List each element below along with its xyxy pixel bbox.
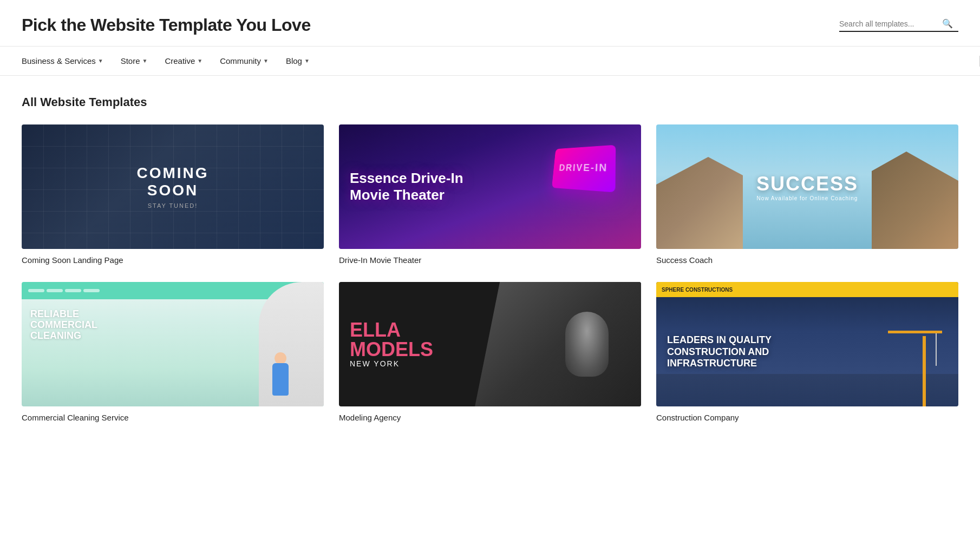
template-label-success-coach: Success Coach [656,255,958,265]
template-thumbnail-coming-soon: COMINGSOON STAY TUNED! [22,124,324,249]
search-input[interactable] [839,19,942,28]
template-label-coming-soon: Coming Soon Landing Page [22,255,324,265]
template-card-success-coach[interactable]: SUCCESS Now Available for Online Coachin… [656,124,958,265]
modeling-photo-bg [475,282,641,406]
template-card-construction[interactable]: SPHERE CONSTRUCTIONS LEADERS IN QUALITYC… [656,282,958,422]
template-card-drive-in[interactable]: Essence Drive-InMovie Theater DRIVE-IN D… [339,124,641,265]
chevron-down-icon: ▼ [197,58,202,64]
construction-header-bar: SPHERE CONSTRUCTIONS [656,282,958,297]
template-thumbnail-construction: SPHERE CONSTRUCTIONS LEADERS IN QUALITYC… [656,282,958,406]
cleaning-figure [259,331,302,406]
success-cliff-right [872,152,958,249]
template-label-construction: Construction Company [656,413,958,422]
template-label-cleaning: Commercial Cleaning Service [22,413,324,422]
nav-item-community[interactable]: Community ▼ [211,47,277,75]
chevron-down-icon: ▼ [142,58,148,64]
nav-label-community: Community [220,56,261,65]
page-header: Pick the Website Template You Love 🔍 [0,0,980,47]
success-preview-text: SUCCESS Now Available for Online Coachin… [756,173,858,201]
nav-item-store[interactable]: Store ▼ [112,47,156,75]
template-label-drive-in: Drive-In Movie Theater [339,255,641,265]
construction-crane [872,320,948,406]
nav-label-creative: Creative [165,56,195,65]
template-label-modeling: Modeling Agency [339,413,641,422]
template-thumbnail-cleaning: RELIABLECOMMERCIALCLEANING [22,282,324,406]
template-card-coming-soon[interactable]: COMINGSOON STAY TUNED! Coming Soon Landi… [22,124,324,265]
chevron-down-icon: ▼ [98,58,103,64]
nav-label-store: Store [121,56,140,65]
drive-in-3d-visual: DRIVE-IN [533,135,630,206]
modeling-preview-text: ELLAMODELS NEW YORK [350,320,433,368]
template-thumbnail-modeling: ELLAMODELS NEW YORK [339,282,641,406]
search-icon[interactable]: 🔍 [942,18,953,29]
nav-label-blog: Blog [286,56,302,65]
cleaning-preview-text: RELIABLECOMMERCIALCLEANING [30,309,97,341]
section-title: All Website Templates [22,95,958,109]
search-wrapper: 🔍 [839,18,958,32]
main-content: All Website Templates COMINGSOON STAY TU… [0,76,980,444]
template-card-modeling[interactable]: ELLAMODELS NEW YORK Modeling Agency [339,282,641,422]
nav-item-business[interactable]: Business & Services ▼ [22,47,112,75]
main-nav: Business & Services ▼ Store ▼ Creative ▼… [0,47,980,76]
drive-in-preview-text: Essence Drive-InMovie Theater [350,170,463,203]
modeling-face [565,312,609,377]
template-thumbnail-drive-in: Essence Drive-InMovie Theater DRIVE-IN [339,124,641,249]
template-thumbnail-success-coach: SUCCESS Now Available for Online Coachin… [656,124,958,249]
chevron-down-icon: ▼ [304,58,310,64]
nav-label-business: Business & Services [22,56,96,65]
template-card-cleaning[interactable]: RELIABLECOMMERCIALCLEANING Commercial Cl… [22,282,324,422]
page-title: Pick the Website Template You Love [22,15,311,35]
template-grid: COMINGSOON STAY TUNED! Coming Soon Landi… [22,124,958,422]
nav-item-blog[interactable]: Blog ▼ [277,47,318,75]
nav-item-creative[interactable]: Creative ▼ [156,47,211,75]
construction-preview-text: LEADERS IN QUALITYCONSTRUCTION ANDINFRAS… [667,334,772,370]
success-cliff-left [656,157,743,249]
chevron-down-icon: ▼ [263,58,269,64]
